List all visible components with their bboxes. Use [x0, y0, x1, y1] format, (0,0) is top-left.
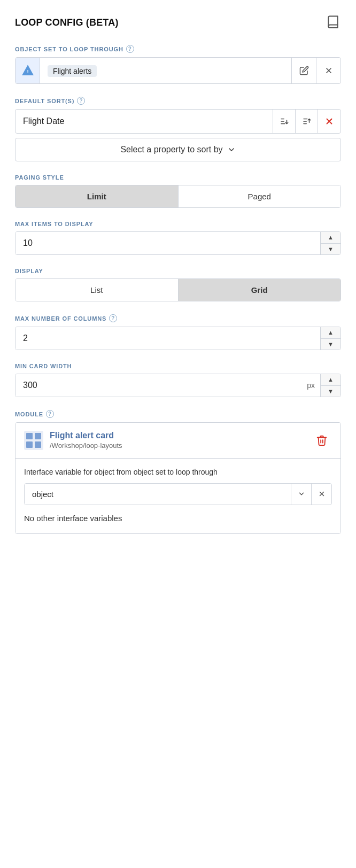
max-items-input-row: ▲ ▼ — [15, 231, 341, 255]
module-help-icon[interactable]: ? — [46, 410, 54, 418]
object-set-icon: ! — [16, 58, 40, 83]
paging-paged-button[interactable]: Paged — [179, 185, 341, 207]
sort-buttons — [273, 110, 340, 133]
max-columns-help-icon[interactable]: ? — [109, 314, 117, 322]
max-columns-stepper: ▲ ▼ — [320, 327, 340, 350]
select-clear-button[interactable] — [311, 484, 331, 505]
sort-field-name: Flight Date — [16, 111, 273, 131]
sort-delete-button[interactable] — [318, 110, 340, 133]
interface-select-row: object — [24, 483, 332, 505]
max-items-stepper: ▲ ▼ — [320, 232, 340, 254]
svg-text:!: ! — [27, 68, 28, 74]
object-set-help-icon[interactable]: ? — [126, 45, 134, 53]
svg-rect-15 — [26, 433, 33, 439]
max-items-increment-button[interactable]: ▲ — [321, 232, 340, 244]
min-card-width-decrement-button[interactable]: ▼ — [321, 386, 340, 397]
paging-limit-button[interactable]: Limit — [16, 185, 179, 207]
min-card-width-label: MIN CARD WIDTH — [15, 363, 341, 369]
select-sort-property-button[interactable]: Select a property to sort by — [15, 138, 341, 161]
sort-desc-button[interactable] — [296, 110, 318, 133]
max-columns-decrement-button[interactable]: ▼ — [321, 339, 340, 350]
module-label: MODULE ? — [15, 410, 341, 418]
module-card: Flight alert card /Workshop/loop-layouts… — [15, 422, 341, 534]
svg-rect-18 — [35, 441, 41, 448]
interface-label: Interface variable for object from objec… — [24, 467, 332, 478]
module-name[interactable]: Flight alert card — [50, 431, 312, 440]
interface-select[interactable]: object — [25, 484, 291, 505]
object-set-name: Flight alerts — [40, 66, 291, 75]
header: LOOP CONFIG (BETA) — [15, 15, 341, 30]
svg-rect-16 — [35, 433, 41, 439]
display-list-button[interactable]: List — [16, 279, 179, 301]
min-card-width-input-row: px ▲ ▼ — [15, 374, 341, 397]
sort-row: Flight Date — [15, 109, 341, 134]
module-delete-button[interactable] — [312, 430, 332, 451]
object-set-label: OBJECT SET TO LOOP THROUGH ? — [15, 45, 341, 53]
module-info: Flight alert card /Workshop/loop-layouts — [50, 431, 312, 450]
max-items-decrement-button[interactable]: ▼ — [321, 244, 340, 255]
select-arrow-icon[interactable] — [291, 484, 311, 505]
no-other-interface-label: No other interface variables — [24, 511, 332, 525]
page-title: LOOP CONFIG (BETA) — [15, 17, 119, 28]
max-columns-increment-button[interactable]: ▲ — [321, 327, 340, 339]
min-card-width-suffix: px — [301, 374, 320, 397]
min-card-width-stepper: ▲ ▼ — [320, 374, 340, 397]
object-set-row: ! Flight alerts — [15, 57, 341, 84]
book-icon[interactable] — [326, 15, 341, 30]
sort-asc-button[interactable] — [273, 110, 296, 133]
min-card-width-input[interactable] — [16, 374, 301, 397]
min-card-width-increment-button[interactable]: ▲ — [321, 374, 340, 386]
display-toggle: List Grid — [15, 278, 341, 301]
max-columns-input-row: ▲ ▼ — [15, 327, 341, 350]
paging-style-label: PAGING STYLE — [15, 174, 341, 181]
panel: LOOP CONFIG (BETA) OBJECT SET TO LOOP TH… — [0, 0, 356, 555]
module-icon — [24, 431, 43, 450]
display-label: DISPLAY — [15, 268, 341, 274]
paging-style-toggle: Limit Paged — [15, 185, 341, 208]
remove-object-set-button[interactable] — [316, 58, 340, 83]
edit-object-set-button[interactable] — [291, 58, 316, 83]
max-items-input[interactable] — [16, 232, 320, 254]
default-sorts-help-icon[interactable]: ? — [77, 97, 85, 105]
svg-rect-17 — [26, 441, 33, 448]
max-columns-input[interactable] — [16, 327, 320, 350]
max-columns-label: MAX NUMBER OF COLUMNS ? — [15, 314, 341, 322]
display-grid-button[interactable]: Grid — [179, 279, 341, 301]
max-items-label: MAX ITEMS TO DISPLAY — [15, 221, 341, 227]
module-path: /Workshop/loop-layouts — [50, 441, 122, 449]
default-sorts-label: DEFAULT SORT(S) ? — [15, 97, 341, 105]
module-body: Interface variable for object from objec… — [16, 458, 340, 533]
module-header: Flight alert card /Workshop/loop-layouts — [16, 423, 340, 458]
